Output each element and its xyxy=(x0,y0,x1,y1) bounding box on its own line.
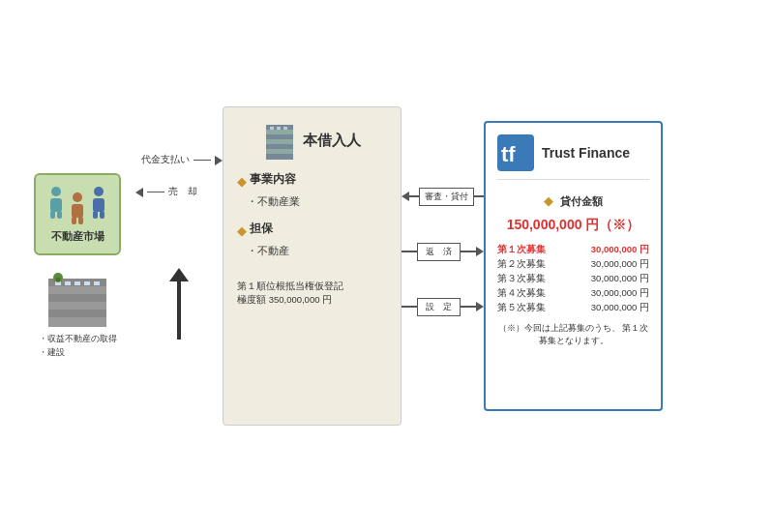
review-loan-arrow-head xyxy=(402,192,409,201)
tf-header: tf Trust Finance xyxy=(497,134,649,180)
tranche-row: 第３次募集30,000,000 円 xyxy=(497,273,649,285)
left-center-arrows: 代金支払い 売 却 xyxy=(135,163,223,340)
loan-amount-label: 貸付金額 xyxy=(560,195,603,207)
tranche-amount: 30,000,000 円 xyxy=(591,287,649,300)
svg-rect-20 xyxy=(65,281,71,285)
svg-point-4 xyxy=(73,192,82,202)
review-loan-line2 xyxy=(474,195,484,197)
up-arrow-stem xyxy=(177,281,181,340)
diamond-loan-icon: ◆ xyxy=(544,193,553,208)
tranche-amount: 30,000,000 円 xyxy=(591,244,649,256)
acquisition-text: ・収益不動産の取得 ・建設 xyxy=(39,333,117,359)
person-teal-icon xyxy=(47,185,65,220)
loan-amount-section: ◆ 貸付金額 xyxy=(497,192,649,209)
tranche-amount: 30,000,000 円 xyxy=(591,273,649,285)
review-loan-row: 審査・貸付 xyxy=(402,188,484,206)
diamond-business-icon: ◆ xyxy=(237,174,247,189)
acquisition-label: ・収益不動産の取得 xyxy=(39,333,117,346)
tranche-label: 第１次募集 xyxy=(497,244,546,256)
svg-rect-28 xyxy=(266,130,293,134)
small-building-icon xyxy=(44,269,111,327)
svg-rect-9 xyxy=(93,198,104,212)
up-arrow-head xyxy=(169,268,189,281)
svg-rect-3 xyxy=(57,211,62,219)
collateral-note-line2: 極度額 350,000,000 円 xyxy=(237,293,387,307)
tranche-label: 第３次募集 xyxy=(497,273,546,285)
tranche-amount: 30,000,000 円 xyxy=(591,258,649,271)
tranche-label: 第５次募集 xyxy=(497,302,546,314)
payment-line xyxy=(194,160,211,162)
svg-rect-7 xyxy=(78,217,83,224)
setting-line2 xyxy=(461,306,476,308)
svg-rect-2 xyxy=(50,211,55,219)
payment-label: 代金支払い xyxy=(141,154,190,166)
collateral-note: 第１順位根抵当権仮登記 極度額 350,000,000 円 xyxy=(237,280,387,308)
figures-group xyxy=(44,185,111,225)
person-brown-icon xyxy=(69,191,86,225)
repayment-row: 返 済 xyxy=(402,243,484,261)
tranche-amount: 30,000,000 円 xyxy=(591,302,649,314)
svg-rect-14 xyxy=(48,286,106,294)
svg-text:tf: tf xyxy=(501,142,516,166)
tranche-label: 第４次募集 xyxy=(497,287,546,300)
svg-rect-10 xyxy=(93,211,98,219)
svg-rect-22 xyxy=(84,281,90,285)
svg-rect-21 xyxy=(74,281,80,285)
svg-rect-11 xyxy=(100,211,104,219)
review-loan-line xyxy=(409,195,419,197)
center-borrower-panel: 本借入人 ◆ 事業内容 ・不動産業 ◆ 担保 ・不動産 第１順位根抵当権仮登記 … xyxy=(223,106,402,426)
collateral-item: ・不動産 xyxy=(237,245,387,258)
setting-arrow-head xyxy=(476,302,484,311)
svg-rect-30 xyxy=(266,139,293,144)
svg-rect-32 xyxy=(266,149,293,154)
real-estate-market-box: 不動産市場 xyxy=(34,173,121,255)
main-diagram: 不動産市場 ・収益不動産の取得 ・建設 xyxy=(10,10,764,522)
left-section: 不動産市場 ・収益不動産の取得 ・建設 xyxy=(19,173,135,359)
center-title: 本借入人 xyxy=(303,132,361,150)
repayment-line xyxy=(402,251,417,252)
trust-finance-logo: tf xyxy=(497,134,534,171)
borrower-building-icon xyxy=(264,121,295,160)
svg-rect-34 xyxy=(270,127,274,130)
setting-row: 設 定 xyxy=(402,298,484,316)
svg-rect-17 xyxy=(48,310,106,317)
trust-finance-panel: tf Trust Finance ◆ 貸付金額 150,000,000 円（※）… xyxy=(484,121,663,411)
business-item: ・不動産業 xyxy=(237,195,387,209)
collateral-note-line1: 第１順位根抵当権仮登記 xyxy=(237,280,387,293)
business-section-label: 事業内容 xyxy=(250,171,296,188)
svg-point-8 xyxy=(94,187,104,196)
loan-amount-value: 150,000,000 円（※） xyxy=(497,217,649,234)
payment-arrow-head xyxy=(215,156,223,165)
svg-rect-31 xyxy=(266,144,293,149)
review-loan-label: 審査・貸付 xyxy=(419,188,474,206)
diamond-collateral-icon: ◆ xyxy=(237,223,247,238)
collateral-section: ◆ 担保 ・不動産 xyxy=(237,221,387,260)
collateral-section-label: 担保 xyxy=(250,221,273,237)
sale-line xyxy=(147,192,164,193)
svg-rect-5 xyxy=(72,204,83,218)
sale-arrow-head xyxy=(135,188,143,197)
svg-rect-16 xyxy=(48,302,106,310)
business-section-header: ◆ 事業内容 xyxy=(237,171,387,192)
svg-rect-35 xyxy=(277,127,281,130)
svg-rect-23 xyxy=(94,281,100,285)
construction-label: ・建設 xyxy=(39,346,117,360)
repayment-label: 返 済 xyxy=(417,243,461,261)
tranche-row: 第５次募集30,000,000 円 xyxy=(497,302,649,314)
collateral-section-header: ◆ 担保 xyxy=(237,221,387,241)
svg-rect-36 xyxy=(283,127,287,130)
setting-line xyxy=(402,306,417,308)
note-text: （※）今回は上記募集のうち、 第１次募集となります。 xyxy=(497,322,649,347)
svg-point-0 xyxy=(51,187,61,196)
svg-rect-18 xyxy=(48,317,106,327)
tranche-row: 第１次募集30,000,000 円 xyxy=(497,244,649,256)
center-header: 本借入人 xyxy=(237,121,387,160)
svg-rect-1 xyxy=(50,198,62,212)
tranche-row: 第４次募集30,000,000 円 xyxy=(497,287,649,300)
repayment-line2 xyxy=(461,251,476,252)
center-right-arrows: 審査・貸付 返 済 設 定 xyxy=(402,188,484,316)
svg-rect-33 xyxy=(266,154,293,160)
real-estate-market-label: 不動産市場 xyxy=(44,229,111,244)
sale-arrow-row: 売 却 xyxy=(135,186,223,198)
svg-rect-15 xyxy=(48,294,106,302)
